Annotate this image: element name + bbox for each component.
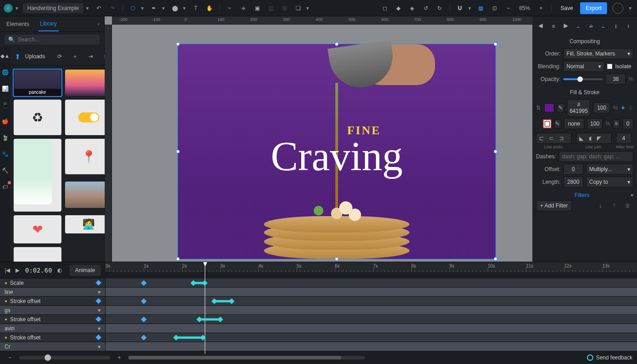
play-button[interactable]: ▶ [15, 265, 21, 276]
isolate-checkbox[interactable] [607, 64, 612, 69]
length-value[interactable]: 2800 [563, 177, 583, 187]
send-feedback[interactable]: Send feedback [587, 354, 632, 361]
fill-pct[interactable]: 100 [593, 102, 610, 113]
filter-down-icon[interactable]: ⭳ [595, 200, 606, 211]
cat-food-icon[interactable]: 🍎 [0, 116, 10, 126]
track-label[interactable]: Cr▾ [0, 342, 106, 351]
unfav-icon[interactable]: ☆ [628, 105, 633, 111]
timeline-ruler[interactable]: 0s1s2s3s4s5s6s7s8s9s10s11s12s13s [106, 262, 637, 272]
distribute-v[interactable]: ⊟ [279, 3, 290, 14]
zoom-level[interactable]: 85% [519, 5, 530, 11]
handle-bl[interactable] [176, 257, 180, 261]
flip-h-icon[interactable]: ◆ [393, 3, 404, 14]
handle-tr[interactable] [494, 42, 497, 46]
offset-mode[interactable]: Multiply...▾ [586, 164, 633, 175]
add-filter-button[interactable]: + Add Filter [536, 200, 572, 211]
thumb-pancake[interactable]: pancake [14, 70, 61, 96]
canvas-toggle[interactable]: ⊡ [489, 3, 500, 14]
track-lane[interactable] [106, 333, 637, 342]
align-b2-icon[interactable]: ⫠ [599, 21, 609, 32]
handle-l[interactable] [176, 150, 180, 153]
handle-b[interactable] [335, 257, 339, 261]
filters-title[interactable]: Filters [536, 192, 628, 198]
blending-select[interactable]: Normal▾ [563, 61, 604, 72]
opacity-value[interactable]: 38 [606, 74, 626, 85]
rewind-button[interactable]: |◀ [5, 265, 10, 276]
hzoom-slider[interactable] [19, 356, 110, 359]
canvas-area[interactable]: -200-10001002003004005006007008009001000… [105, 16, 532, 262]
align-m2-icon[interactable]: ≐ [586, 21, 596, 32]
order-select[interactable]: Fill, Stroke, Markers▾ [563, 48, 633, 59]
undo-button[interactable]: ↶ [93, 3, 104, 14]
zoom-in[interactable]: + [536, 3, 546, 14]
length-mode[interactable]: Copy to▾ [586, 177, 633, 187]
align-stretch[interactable]: ▣ [252, 3, 263, 14]
stroke-swatch[interactable] [543, 119, 552, 128]
track-lane[interactable] [106, 306, 637, 314]
opacity-slider[interactable] [563, 78, 603, 80]
shape-tool[interactable]: ⬤ [169, 3, 180, 14]
track-lane[interactable] [106, 324, 637, 333]
line-join-group[interactable]: ◣◖◤ [576, 133, 612, 144]
align-middle[interactable]: ≑ [238, 3, 249, 14]
zoom-out[interactable]: − [503, 3, 514, 14]
filter-up-icon[interactable]: ⭱ [609, 200, 620, 211]
cat-nature-icon[interactable]: 🍃 [0, 133, 10, 143]
dashes-input[interactable] [559, 151, 633, 162]
fill-picker-icon[interactable]: ✎ [557, 103, 565, 112]
offset-value[interactable]: 0 [563, 164, 583, 175]
keyframe-toggle[interactable] [96, 298, 101, 304]
thumb-recycle[interactable]: ♻ [14, 100, 61, 135]
dist-h-icon[interactable]: ⫴ [611, 21, 621, 32]
track-label[interactable]: line▾ [0, 288, 106, 296]
handle-tl[interactable] [176, 42, 180, 46]
fill-hex[interactable]: # 641995 [567, 99, 590, 116]
line-ends-group[interactable]: ⊏⊂⊐ [536, 133, 571, 144]
grid-toggle[interactable]: ▦ [475, 3, 486, 14]
animate-button[interactable]: Animate [70, 265, 101, 276]
stroke-pct[interactable]: 100 [587, 118, 602, 129]
flip-v-icon[interactable]: ◈ [407, 3, 418, 14]
crop-icon[interactable]: ◻ [379, 3, 390, 14]
upload-icon[interactable]: ⬆ [15, 52, 20, 61]
cat-tags-icon[interactable]: 🏷 [0, 182, 10, 192]
track-label[interactable]: ●Stroke offset [0, 333, 106, 342]
export-button[interactable]: Export [580, 2, 607, 14]
keyframe-toggle[interactable] [96, 280, 101, 286]
stroke-picker-icon[interactable]: ✎ [554, 119, 561, 128]
hand-tool[interactable]: ✋ [204, 3, 215, 14]
filters-chevron[interactable]: ▾ [631, 192, 633, 198]
thumb-map-ui[interactable] [14, 139, 61, 212]
handle-t[interactable] [335, 42, 339, 46]
handle-br[interactable] [494, 257, 497, 261]
handle-r[interactable] [494, 150, 497, 153]
keyframe-toggle[interactable] [96, 334, 101, 340]
swap-icon[interactable]: ⇅ [536, 105, 541, 111]
text-tool[interactable]: T [190, 3, 201, 14]
cat-tools-icon[interactable]: 🔨 [0, 166, 10, 176]
hzoom-in[interactable]: + [114, 352, 125, 363]
filename-chevron[interactable]: ▾ [86, 5, 89, 11]
tab-elements[interactable]: Elements [5, 17, 31, 31]
thumb-heart[interactable]: ❤ [14, 215, 61, 243]
logo-menu-chevron[interactable]: ▾ [15, 5, 18, 11]
track-lane[interactable] [106, 342, 637, 351]
stroke-width-icon[interactable]: ≡ [613, 119, 620, 128]
snap-icon[interactable]: U [455, 3, 465, 14]
app-logo[interactable] [4, 4, 13, 13]
cat-shapes-icon[interactable]: ◆▲ [0, 51, 10, 61]
align-c-icon[interactable]: ≡ [549, 21, 559, 32]
keyframe-toggle[interactable] [96, 316, 101, 322]
track-lane[interactable] [106, 315, 637, 324]
rotate-cw-icon[interactable]: ↻ [434, 3, 445, 14]
cat-globe-icon[interactable]: 🌐 [0, 67, 10, 77]
tab-library[interactable]: Library [38, 17, 59, 31]
text-craving[interactable]: Craving [271, 133, 403, 180]
node-tool[interactable]: ⬡ [127, 3, 138, 14]
redo-button[interactable]: ↷ [107, 3, 118, 14]
stroke-value[interactable]: none [564, 118, 584, 129]
canvas-selection[interactable]: FINE Craving [177, 44, 496, 259]
distribute-h[interactable]: ◫ [265, 3, 276, 14]
hzoom-out[interactable]: − [5, 352, 15, 363]
track-lane[interactable] [106, 278, 637, 287]
